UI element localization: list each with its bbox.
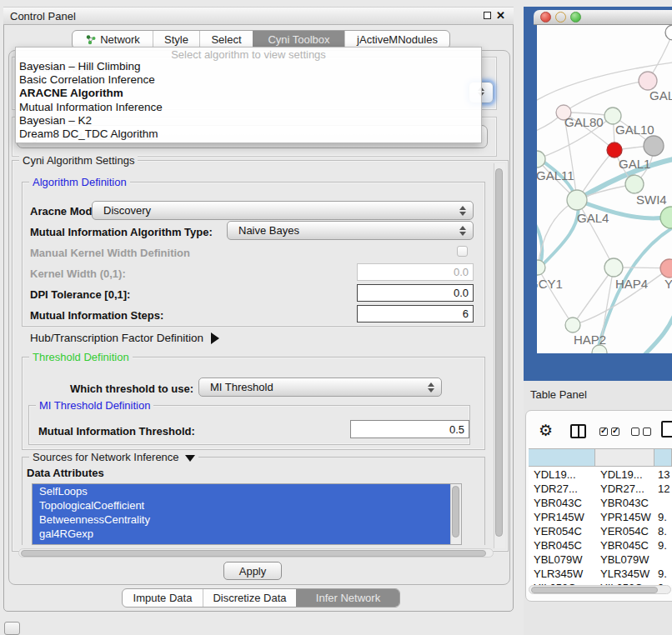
node-label-GAL10: GAL10 [615,122,654,137]
attribute-list-item[interactable]: TopologicalCoefficient [33,498,461,512]
tab-cyni-toolbox[interactable]: Cyni Toolbox [253,31,344,48]
table-row[interactable]: YBR045CYBR045C9. [529,538,672,552]
tab-jactivemnodules[interactable]: jActiveMNodules [344,31,449,48]
mi-threshold-field[interactable] [350,420,469,438]
mi-steps-field[interactable] [357,305,474,322]
column-header[interactable] [529,449,595,466]
tab-label: jActiveMNodules [357,33,438,46]
network-node-GAL1-red[interactable] [607,142,622,158]
float-window-icon[interactable] [484,12,491,19]
network-node-GAL4[interactable] [567,190,587,210]
table-cell: 13 [654,468,672,482]
settings-hscrollbar-thumb[interactable] [21,550,486,557]
tab-label: Infer Network [316,592,380,604]
which-threshold-value: MI Threshold [199,381,426,393]
table-row[interactable]: YBR043CYBR043C [529,496,672,510]
network-node-HAP4[interactable] [604,258,623,277]
close-icon[interactable]: ✕ [496,9,505,22]
algorithm-list: Bayesian – Hill ClimbingBasic Correlatio… [19,60,478,141]
tab-discretize-data[interactable]: Discretize Data [203,589,296,607]
tab-network[interactable]: Network [73,31,153,48]
mi-steps-label: Mutual Information Steps: [30,309,163,322]
network-node-node-gray[interactable] [644,136,664,156]
settings-hscrollbar[interactable] [18,548,494,558]
manual-kernel-checkbox[interactable] [457,246,468,257]
column-layout-icon[interactable] [570,424,586,438]
column-header[interactable] [654,449,672,466]
tab-impute-data[interactable]: Impute Data [123,589,203,607]
tab-select[interactable]: Select [199,31,253,48]
tab-label: Cyni Toolbox [268,33,329,46]
table-cell: YPR145W [529,510,595,524]
network-node-HAP2[interactable] [565,318,580,332]
kernel-width-field[interactable] [357,263,474,281]
settings-scrollbar-thumb[interactable] [495,168,503,537]
table-settings-gear-icon[interactable]: ⚙ [539,422,553,438]
algorithm-option[interactable]: Mutual Information Inference [19,101,478,114]
algorithm-option[interactable]: Bayesian – K2 [19,114,478,128]
show-columns-icon[interactable] [599,428,619,436]
attribute-list-scrollbar-thumb[interactable] [452,486,459,538]
tab-infer-network[interactable]: Infer Network [296,589,399,607]
table-cell: YDR27... [595,482,654,496]
hide-columns-icon[interactable] [631,428,651,436]
algorithm-option[interactable]: Dream8 DC_TDC Algorithm [19,128,478,141]
tab-style[interactable]: Style [153,31,199,48]
network-node-node-top[interactable] [665,25,672,40]
table-header [529,448,672,467]
tab-label: Discretize Data [213,592,286,604]
hub-definition-toggle[interactable]: Hub/Transcription Factor Definition [30,332,219,344]
algorithm-dropdown-popup: Select algorithm to view settings Bayesi… [15,47,482,143]
settings-scrollbar[interactable] [494,163,505,548]
apply-button[interactable]: Apply [223,562,282,580]
network-node-node-pink-top[interactable] [639,72,657,90]
dpi-tolerance-field[interactable] [357,284,474,302]
tab-label: Select [211,33,241,46]
minimize-traffic-light-icon[interactable] [555,12,566,22]
attribute-list-item[interactable]: BetweennessCentrality [33,512,461,527]
cyni-settings-title: Cyni Algorithm Settings [19,154,138,167]
table-cell [654,496,672,510]
table-hscrollbar[interactable] [529,585,671,594]
combo-arrows-icon [426,382,435,392]
attribute-list-scrollbar[interactable] [450,484,461,544]
collapsed-panel-button[interactable] [4,622,20,635]
network-node-node-pink-right[interactable] [660,259,672,278]
mi-type-label: Mutual Information Algorithm Type: [30,226,213,238]
table-row[interactable]: YPR145WYPR145W9. [529,510,672,524]
which-threshold-label: Which threshold to use: [70,382,193,395]
control-panel-titlebar[interactable] [3,7,514,25]
network-node-GAL10[interactable] [604,108,621,124]
aracne-mode-combo[interactable]: Discovery [92,201,474,220]
mi-type-combo[interactable]: Naive Bayes [227,221,474,240]
zoom-traffic-light-icon[interactable] [570,12,581,22]
table-row[interactable]: YLR345WYLR345W9. [529,567,672,581]
table-cell: YBL079W [595,552,654,567]
table-cell: YBR045C [529,538,595,552]
mi-threshold-group-title: MI Threshold Definition [36,399,153,412]
network-view-canvas[interactable]: GALGAL80GAL10GAL1GAL11SWI4GAL4GCY1HAP4YH… [537,25,672,353]
table-cell: YBR045C [595,538,654,552]
network-node-GAL11[interactable] [537,151,545,168]
thick-edge [641,308,672,353]
table-row[interactable]: YDL19...YDL19...13 [529,468,672,482]
network-node-node-green-mid[interactable] [625,175,644,193]
table-row[interactable]: YBL079WYBL079W [529,552,672,567]
manual-kernel-label: Manual Kernel Width Definition [30,247,190,259]
column-header[interactable] [595,449,654,466]
table-row[interactable]: YER054CYER054C8. [529,524,672,538]
table-cell: YBR043C [529,496,595,510]
algorithm-option[interactable]: Bayesian – Hill Climbing [19,60,478,73]
table-hscrollbar-thumb[interactable] [531,587,658,593]
algorithm-option[interactable]: Basic Correlation Inference [19,73,478,87]
which-threshold-combo[interactable]: MI Threshold [198,378,442,397]
attribute-list-item[interactable]: gal4RGexp [33,527,461,541]
network-window-titlebar[interactable] [534,10,672,25]
network-node-SWI4-node[interactable] [660,207,672,228]
table-cell: YDL19... [595,468,654,482]
attribute-list-item[interactable]: SelfLoops [33,484,461,498]
algorithm-option[interactable]: ARACNE Algorithm [19,87,478,100]
table-row[interactable]: YDR27...YDR27...12 [529,482,672,496]
export-table-icon[interactable] [661,421,672,438]
close-traffic-light-icon[interactable] [540,12,551,22]
